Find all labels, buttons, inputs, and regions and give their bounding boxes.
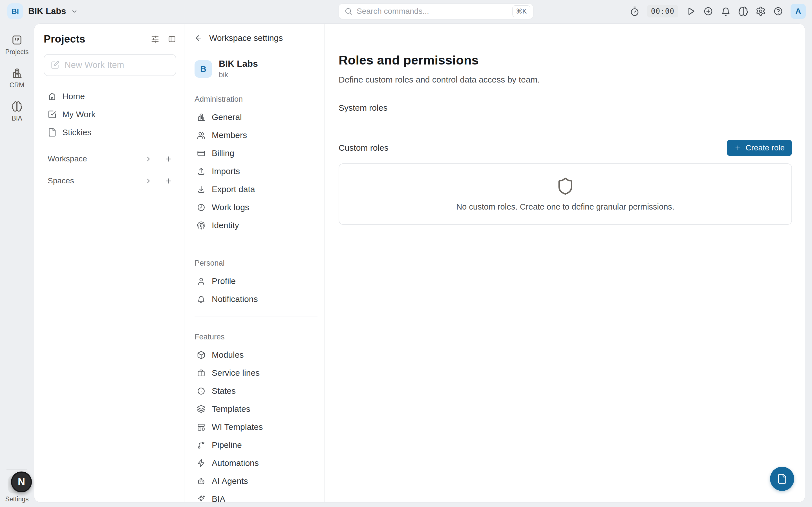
- top-bar-actions: 00:00 A: [629, 0, 806, 22]
- create-role-button[interactable]: Create role: [727, 140, 792, 156]
- fingerprint-icon: [197, 221, 206, 230]
- top-bar-icon-list: [686, 6, 783, 16]
- settings-nav-item[interactable]: Profile: [195, 272, 317, 290]
- chevron-down-icon: [71, 8, 78, 15]
- git-branch-icon: [197, 441, 206, 450]
- sidebar-sections: Workspace Spaces: [44, 154, 176, 185]
- settings-nav-item[interactable]: AI Agents: [195, 472, 317, 490]
- settings-nav-item[interactable]: Pipeline: [195, 436, 317, 454]
- new-work-item-input[interactable]: [64, 60, 177, 70]
- settings-nav-item[interactable]: General: [195, 108, 317, 126]
- settings-nav-item[interactable]: Work logs: [195, 198, 317, 216]
- credit-card-icon: [197, 149, 206, 158]
- settings-nav-item[interactable]: Export data: [195, 180, 317, 198]
- gear-icon[interactable]: [756, 6, 766, 16]
- rail-item[interactable]: CRM: [10, 68, 24, 89]
- settings-nav-item[interactable]: States: [195, 382, 317, 400]
- building-icon: [11, 68, 22, 79]
- settings-label: Settings: [5, 496, 29, 503]
- sidebar-nav-item[interactable]: Stickies: [44, 123, 176, 142]
- settings-nav-item[interactable]: Modules: [195, 346, 317, 364]
- circle-plus-icon[interactable]: [703, 6, 713, 16]
- settings-nav-item[interactable]: Notifications: [195, 290, 317, 308]
- rail-bottom: Settings N: [0, 469, 34, 507]
- command-search[interactable]: ⌘K: [338, 3, 534, 19]
- settings-group-features: Modules Service lines States Templates: [195, 346, 317, 502]
- rail-item-list: Projects CRM BIA: [5, 22, 29, 122]
- system-roles-label: System roles: [339, 103, 792, 113]
- settings-nav-item[interactable]: Billing: [195, 144, 317, 162]
- page-title: Roles and permissions: [339, 53, 792, 68]
- layout-template-icon: [197, 423, 206, 432]
- upload-icon: [197, 167, 206, 176]
- user-avatar[interactable]: A: [791, 4, 806, 19]
- settings-group-label: Features: [195, 333, 317, 341]
- sidebar-section-header[interactable]: Workspace: [44, 154, 176, 163]
- plus-icon[interactable]: [165, 155, 172, 163]
- clock-icon: [197, 203, 206, 212]
- workspace-name: BIK Labs: [28, 6, 66, 16]
- settings-group-personal: Profile Notifications: [195, 272, 317, 308]
- main-content: Roles and permissions Define custom role…: [324, 24, 805, 502]
- cursor-overlay: N: [11, 471, 32, 492]
- chevron-right-icon[interactable]: [145, 155, 152, 163]
- sidebar-section-header[interactable]: Spaces: [44, 176, 176, 185]
- workspace-card-name: BIK Labs: [219, 59, 258, 69]
- workspace-logo: BI: [7, 3, 23, 19]
- divider: [195, 243, 317, 243]
- sidebar-nav-item[interactable]: My Work: [44, 105, 176, 123]
- sidebar-nav-item[interactable]: Home: [44, 87, 176, 105]
- house-icon: [48, 92, 57, 101]
- arrow-left-icon[interactable]: [195, 34, 203, 42]
- settings-header-title: Workspace settings: [209, 33, 283, 43]
- settings-nav-item[interactable]: Members: [195, 126, 317, 144]
- play-icon[interactable]: [686, 6, 696, 16]
- plus-icon[interactable]: [165, 177, 172, 185]
- square-pen-icon: [50, 61, 59, 69]
- plus-icon: [734, 144, 742, 152]
- zap-icon: [197, 459, 206, 467]
- bell-icon[interactable]: [721, 6, 731, 16]
- settings-group-administration: General Members Billing Imports: [195, 108, 317, 234]
- workspace-avatar: B: [195, 60, 212, 78]
- rail-item[interactable]: BIA: [11, 101, 22, 122]
- new-work-item-box[interactable]: [44, 54, 176, 76]
- chevron-right-icon[interactable]: [145, 177, 152, 185]
- settings-back[interactable]: Workspace settings: [195, 33, 317, 43]
- timer-display: 00:00: [647, 5, 678, 17]
- top-bar: BI BIK Labs ⌘K 00:00 A: [0, 0, 812, 22]
- rail-item[interactable]: Projects: [5, 34, 29, 56]
- user-icon: [197, 277, 206, 286]
- settings-nav-item[interactable]: Identity: [195, 216, 317, 234]
- search-input[interactable]: [357, 7, 508, 16]
- circle-help-icon[interactable]: [773, 6, 783, 16]
- settings-nav-item[interactable]: Templates: [195, 400, 317, 418]
- settings-nav-item[interactable]: Service lines: [195, 364, 317, 382]
- shield-icon: [556, 177, 574, 195]
- bot-icon: [197, 477, 206, 486]
- settings-nav-item[interactable]: Imports: [195, 162, 317, 180]
- main-panel: Projects Home My Work: [34, 23, 805, 503]
- settings-nav-item[interactable]: Automations: [195, 454, 317, 472]
- download-icon: [197, 185, 206, 194]
- workspace-settings-nav: Workspace settings B BIK Labs bik Admini…: [185, 24, 324, 502]
- document-fab-button[interactable]: [770, 467, 794, 491]
- custom-roles-label: Custom roles: [339, 143, 389, 153]
- divider: [195, 317, 317, 317]
- workspace-card: B BIK Labs bik: [195, 59, 317, 79]
- brain-icon[interactable]: [738, 6, 748, 16]
- panel-left-icon[interactable]: [168, 35, 176, 43]
- circle-dot-icon: [197, 387, 206, 395]
- custom-roles-empty-state: No custom roles. Create one to define gr…: [339, 163, 792, 225]
- settings-nav-item[interactable]: WI Templates: [195, 418, 317, 436]
- settings-nav-item[interactable]: BIA: [195, 490, 317, 502]
- file-icon: [777, 473, 788, 484]
- filter-sliders-icon[interactable]: [151, 35, 159, 43]
- projects-title: Projects: [44, 33, 86, 45]
- square-check-icon: [48, 110, 57, 119]
- stopwatch-icon[interactable]: [629, 6, 640, 16]
- shortcut-badge: ⌘K: [512, 5, 530, 17]
- brain-icon: [11, 101, 22, 112]
- users-icon: [197, 131, 206, 140]
- workspace-switcher[interactable]: BI BIK Labs: [7, 0, 78, 22]
